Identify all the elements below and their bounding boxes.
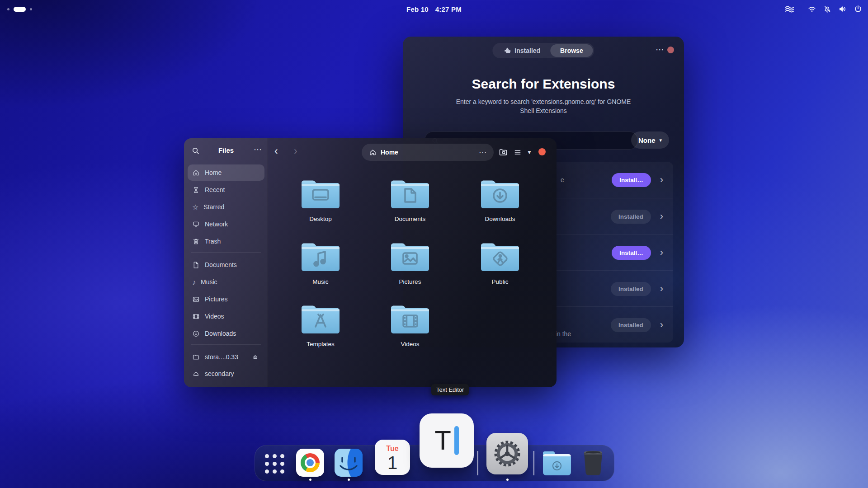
list-view-icon[interactable]: [513, 148, 522, 157]
sidebar-label: stora....0.33: [205, 353, 238, 361]
sidebar-item-music[interactable]: ♪ Music: [188, 274, 264, 290]
puzzle-icon: [504, 47, 511, 54]
top-bar: Feb 10 4:27 PM: [0, 0, 868, 18]
forward-button[interactable]: ›: [294, 145, 297, 156]
installed-badge: Installed: [611, 210, 651, 224]
storage-folder-icon: [192, 353, 200, 361]
sidebar-item-recent[interactable]: Recent: [188, 182, 264, 198]
sidebar-label: secondary: [205, 370, 234, 377]
sidebar-item-starred[interactable]: ☆ Starred: [188, 199, 264, 215]
close-button[interactable]: [667, 47, 674, 53]
filter-dropdown[interactable]: None ▾: [631, 131, 669, 149]
chevron-down-icon: ▾: [660, 137, 662, 143]
sidebar-item-documents[interactable]: Documents: [188, 257, 264, 273]
running-indicator: [506, 479, 509, 481]
current-location: Home: [381, 149, 398, 156]
workspace-dot: [30, 8, 32, 10]
folder-documents[interactable]: Documents: [376, 178, 444, 222]
workspace-dot: [7, 8, 9, 10]
sidebar-item-videos[interactable]: Videos: [188, 308, 264, 324]
folder-templates[interactable]: Templates: [287, 303, 354, 347]
sidebar-header: Files ⋯: [184, 138, 268, 164]
text-editor-icon[interactable]: T: [420, 413, 474, 468]
chevron-right-icon[interactable]: ›: [660, 320, 663, 330]
sidebar-label: Videos: [205, 313, 224, 320]
row-text-fragment: e: [561, 176, 564, 183]
network-icon: [192, 221, 200, 228]
back-button[interactable]: ‹: [274, 145, 278, 156]
dock-separator: [533, 451, 534, 475]
folder-music[interactable]: Music: [287, 241, 354, 285]
sidebar-label: Documents: [205, 261, 237, 268]
app-menu-button[interactable]: ⋯: [254, 145, 262, 155]
workspace-indicator[interactable]: [7, 0, 32, 18]
path-menu-button[interactable]: ⋯: [479, 148, 486, 157]
power-icon: [854, 5, 863, 14]
chevron-right-icon[interactable]: ›: [660, 211, 663, 221]
folder-public[interactable]: Public: [466, 241, 534, 285]
view-options-caret[interactable]: ▼: [527, 149, 532, 155]
folder-icon: [479, 178, 521, 211]
sidebar-item-storage-volume[interactable]: stora....0.33: [188, 349, 264, 365]
finder-icon[interactable]: [335, 449, 363, 477]
chrome-logo: [301, 453, 320, 472]
clock-button[interactable]: Feb 10 4:27 PM: [406, 0, 462, 18]
folder-videos[interactable]: Videos: [376, 303, 444, 347]
star-icon: ☆: [192, 203, 198, 211]
page-title: Search for Extensions: [403, 76, 684, 92]
sidebar-item-network[interactable]: Network: [188, 216, 264, 232]
page-subtitle: Enter a keyword to search 'extensions.gn…: [453, 97, 634, 115]
sidebar-item-downloads[interactable]: Downloads: [188, 325, 264, 342]
folder-label: Public: [466, 278, 534, 285]
folder-label: Pictures: [376, 278, 444, 285]
volume-icon: [838, 5, 847, 14]
filter-value: None: [638, 136, 656, 144]
sidebar-separator: [191, 252, 261, 253]
chevron-right-icon[interactable]: ›: [660, 248, 663, 258]
text-cursor-bar: [454, 426, 459, 455]
downloads-folder-icon[interactable]: [543, 454, 571, 475]
folder-label: Documents: [376, 216, 444, 222]
folder-pictures[interactable]: Pictures: [376, 241, 444, 285]
chevron-right-icon[interactable]: ›: [660, 175, 663, 185]
tab-browse[interactable]: Browse: [550, 44, 593, 57]
sidebar-label: Recent: [205, 186, 225, 193]
music-note-icon: ♪: [192, 278, 196, 286]
chevron-right-icon[interactable]: ›: [660, 284, 663, 294]
settings-icon[interactable]: [486, 433, 528, 474]
install-button[interactable]: Install…: [612, 173, 651, 187]
window-menu-button[interactable]: ⋯: [656, 44, 664, 56]
sidebar-item-pictures[interactable]: Pictures: [188, 291, 264, 307]
sidebar-item-home[interactable]: Home: [188, 164, 264, 181]
close-button[interactable]: [538, 148, 546, 155]
install-button[interactable]: Install…: [612, 246, 651, 260]
sidebar-label: Pictures: [205, 296, 228, 303]
calendar-icon[interactable]: Tue 1: [375, 440, 410, 475]
folder-label: Videos: [376, 341, 444, 347]
folder-desktop[interactable]: Desktop: [287, 178, 354, 222]
files-window[interactable]: Files ⋯ Home Recent ☆ Starred Network Tr…: [184, 138, 557, 387]
sidebar-item-secondary-drive[interactable]: secondary: [188, 366, 264, 382]
folder-search-icon[interactable]: [499, 148, 508, 157]
trash-icon: [192, 238, 200, 245]
text-editor-glyph: T: [434, 427, 451, 454]
path-bar[interactable]: Home ⋯: [362, 144, 494, 161]
trash-bin: [581, 450, 605, 476]
download-circle-icon: [192, 330, 200, 338]
chrome-icon[interactable]: [296, 449, 324, 477]
folder-icon: [389, 303, 431, 336]
topbar-date: Feb 10: [406, 5, 429, 13]
eject-icon[interactable]: [251, 353, 259, 361]
system-status-area[interactable]: [784, 0, 863, 18]
drive-icon: [192, 370, 200, 378]
app-grid-button[interactable]: [262, 451, 287, 476]
tab-installed[interactable]: Installed: [494, 44, 550, 57]
tab-installed-label: Installed: [514, 47, 540, 54]
running-indicator: [348, 479, 350, 481]
sidebar-item-trash[interactable]: Trash: [188, 233, 264, 249]
calendar-weekday: Tue: [386, 445, 398, 453]
sidebar-label: Home: [205, 169, 222, 176]
folder-downloads[interactable]: Downloads: [466, 178, 534, 222]
download-circle-icon: [551, 460, 563, 472]
trash-icon[interactable]: [581, 450, 605, 476]
